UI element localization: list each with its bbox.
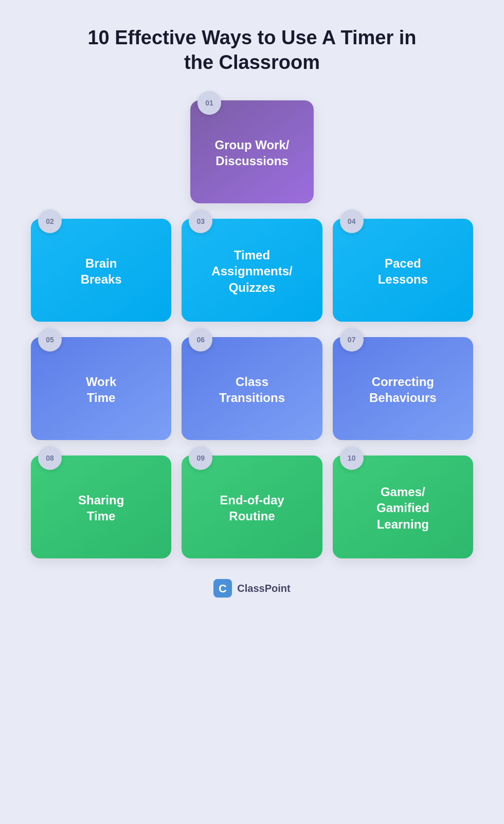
card-label-5: WorkTime: [86, 374, 117, 406]
card-label-10: Games/GamifiedLearning: [376, 484, 429, 532]
card-label-7: CorrectingBehaviours: [369, 374, 437, 406]
brand-name: ClassPoint: [237, 583, 290, 594]
row-0: 01 Group Work/Discussions: [31, 100, 473, 203]
card-label-9: End-of-dayRoutine: [220, 492, 284, 524]
card-grid: 01 Group Work/Discussions 02 BrainBreaks…: [31, 100, 473, 558]
card-8: SharingTime: [31, 455, 171, 558]
badge-4: 04: [340, 209, 364, 233]
svg-text:C: C: [219, 582, 227, 595]
row-2: 05 WorkTime 06 ClassTransitions 07 Corre…: [31, 337, 473, 440]
card-1: Group Work/Discussions: [190, 100, 314, 203]
card-wrapper-1: 01 Group Work/Discussions: [190, 100, 314, 203]
card-4: PacedLessons: [333, 219, 473, 322]
card-wrapper-7: 07 CorrectingBehaviours: [333, 337, 473, 440]
card-9: End-of-dayRoutine: [182, 455, 322, 558]
card-3: TimedAssignments/Quizzes: [182, 219, 322, 322]
card-label-1: Group Work/Discussions: [215, 137, 290, 169]
badge-3: 03: [189, 209, 212, 233]
badge-10: 10: [340, 446, 364, 470]
classpoint-logo-icon: C: [213, 579, 232, 598]
card-label-3: TimedAssignments/Quizzes: [211, 247, 292, 295]
card-2: BrainBreaks: [31, 219, 171, 322]
card-5: WorkTime: [31, 337, 171, 440]
card-wrapper-6: 06 ClassTransitions: [182, 337, 322, 440]
badge-6: 06: [189, 328, 212, 352]
card-wrapper-3: 03 TimedAssignments/Quizzes: [182, 219, 322, 322]
card-wrapper-5: 05 WorkTime: [31, 337, 171, 440]
page-title: 10 Effective Ways to Use A Timer in the …: [72, 26, 432, 75]
row-3: 08 SharingTime 09 End-of-dayRoutine 10 G…: [31, 455, 473, 558]
footer: C ClassPoint: [213, 579, 290, 598]
badge-7: 07: [340, 328, 364, 352]
badge-8: 08: [38, 446, 62, 470]
card-7: CorrectingBehaviours: [333, 337, 473, 440]
card-label-2: BrainBreaks: [81, 255, 122, 287]
card-wrapper-8: 08 SharingTime: [31, 455, 171, 558]
badge-2: 02: [38, 209, 62, 233]
card-wrapper-10: 10 Games/GamifiedLearning: [333, 455, 473, 558]
badge-9: 09: [189, 446, 212, 470]
badge-5: 05: [38, 328, 62, 352]
card-label-8: SharingTime: [78, 492, 124, 524]
card-6: ClassTransitions: [182, 337, 322, 440]
card-label-6: ClassTransitions: [219, 374, 285, 406]
badge-1: 01: [197, 91, 221, 115]
card-wrapper-9: 09 End-of-dayRoutine: [182, 455, 322, 558]
row-1: 02 BrainBreaks 03 TimedAssignments/Quizz…: [31, 219, 473, 322]
card-label-4: PacedLessons: [378, 255, 428, 287]
card-10: Games/GamifiedLearning: [333, 455, 473, 558]
card-wrapper-4: 04 PacedLessons: [333, 219, 473, 322]
card-wrapper-2: 02 BrainBreaks: [31, 219, 171, 322]
